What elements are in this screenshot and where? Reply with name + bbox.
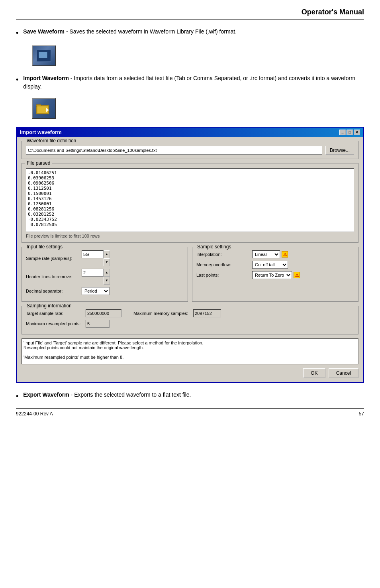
footer-right: 57	[359, 411, 364, 417]
parsed-line-6: 0.1453126	[28, 196, 352, 201]
sample-settings-legend: Sample settings	[196, 244, 233, 250]
warning-line-2: Resampled points could not maintain the …	[24, 345, 356, 350]
save-waveform-section: • Save Waveform - Saves the selected wav…	[16, 28, 364, 38]
interpolation-warning-icon: ⚠	[282, 251, 288, 258]
sample-rate-down-btn[interactable]: ▼	[104, 258, 110, 266]
dialog-body: Waveform file definition Browse... File …	[17, 137, 363, 382]
interpolation-row: Interpolation: Linear None Cubic ⚠	[196, 250, 354, 258]
header-lines-spinner-btns: ▲ ▼	[104, 269, 110, 285]
ok-button[interactable]: OK	[303, 368, 325, 378]
file-parsed-group: File parsed -0.01406251 0.03906253 0.090…	[22, 163, 358, 243]
browse-button[interactable]: Browse...	[325, 146, 354, 155]
parsed-line-10: -0.02343752	[28, 217, 352, 222]
close-button[interactable]: ✕	[354, 130, 360, 135]
decimal-separator-select[interactable]: Period Comma	[82, 287, 110, 295]
import-waveform-section: • Import Waveform - Imports data from a …	[16, 74, 364, 91]
save-waveform-content: Save Waveform - Saves the selected wavef…	[23, 28, 364, 36]
sample-rate-spinner-btns: ▲ ▼	[104, 250, 110, 266]
header-lines-up-btn[interactable]: ▲	[104, 269, 110, 277]
warning-area: 'Input File' and 'Target' sample rate ar…	[22, 338, 358, 364]
file-parsed-textarea[interactable]: -0.01406251 0.03906253 0.09062506 0.1312…	[26, 168, 354, 232]
import-waveform-label: Import Waveform	[23, 75, 69, 81]
warning-line-3	[24, 350, 356, 355]
header-lines-down-btn[interactable]: ▼	[104, 277, 110, 285]
bullet-dot-2: •	[16, 75, 18, 85]
file-parsed-legend: File parsed	[25, 160, 52, 166]
save-waveform-text: - Saves the selected waveform in Wavefor…	[65, 28, 237, 35]
target-sample-rate-row: Target sample rate: Maximum memory sampl…	[26, 309, 354, 317]
bullet-dot-3: •	[16, 391, 18, 401]
sample-rate-input[interactable]	[82, 250, 104, 258]
parsed-line-11: -0.07812505	[28, 222, 352, 227]
dialog-title: Import waveform	[20, 129, 62, 135]
memory-overflow-label: Memory overflow:	[196, 262, 252, 267]
settings-row: Input file settings Sample rate [sample/…	[22, 247, 358, 302]
interpolation-label: Interpolation:	[196, 252, 252, 257]
parsed-line-7: 0.1250001	[28, 201, 352, 206]
interpolation-select[interactable]: Linear None Cubic	[252, 250, 280, 258]
max-resampled-points-row: Maximum resampled points:	[26, 320, 354, 328]
minimize-button[interactable]: _	[339, 130, 346, 135]
parsed-line-9: 0.03281252	[28, 212, 352, 217]
import-waveform-content: Import Waveform - Imports data from a se…	[23, 74, 364, 91]
filepath-input[interactable]	[26, 146, 322, 155]
sample-rate-row: Sample rate [sample/s]: ▲ ▼	[26, 250, 184, 266]
dialog-buttons: OK Cancel	[22, 368, 358, 378]
sampling-information-group: Sampling information Target sample rate:…	[22, 306, 358, 334]
filepath-row: Browse...	[26, 146, 354, 155]
cancel-button[interactable]: Cancel	[329, 368, 358, 378]
warning-line-1: 'Input File' and 'Target' sample rate ar…	[24, 340, 356, 345]
max-resampled-points-value[interactable]	[86, 320, 110, 328]
parsed-line-8: 0.08281256	[28, 206, 352, 212]
waveform-file-definition-group: Waveform file definition Browse...	[22, 141, 358, 159]
sample-rate-up-btn[interactable]: ▲	[104, 250, 110, 258]
input-file-legend: Input file settings	[25, 244, 64, 250]
footer-left: 922244-00 Rev A	[16, 411, 53, 417]
warning-line-4: 'Maximum resampled points' must be highe…	[24, 355, 356, 360]
waveform-file-legend: Waveform file definition	[25, 138, 78, 144]
header-lines-spinner: ▲ ▼	[82, 269, 110, 285]
export-waveform-section: • Export Waveform - Exports the selected…	[16, 391, 364, 401]
bullet-dot-1: •	[16, 28, 18, 38]
parsed-line-3: 0.09062506	[28, 181, 352, 186]
maximize-button[interactable]: □	[347, 130, 353, 135]
import-icon-svg	[36, 102, 51, 115]
sample-settings-group: Sample settings Interpolation: Linear No…	[192, 247, 358, 302]
max-resampled-points-label: Maximum resampled points:	[26, 321, 86, 326]
header-lines-input[interactable]	[82, 269, 104, 277]
sampling-info-legend: Sampling information	[25, 303, 73, 309]
save-waveform-icon	[32, 45, 56, 66]
last-points-label: Last points:	[196, 273, 252, 277]
sample-rate-label: Sample rate [sample/s]:	[26, 256, 82, 261]
memory-overflow-select[interactable]: Cut off tall Wrap around Clip	[252, 261, 288, 269]
input-file-settings-group: Input file settings Sample rate [sample/…	[22, 247, 188, 302]
decimal-separator-row: Decimal separator: Period Comma	[26, 287, 184, 295]
save-waveform-label: Save Waveform	[23, 28, 65, 35]
export-waveform-label: Export Waveform	[23, 391, 69, 398]
decimal-separator-label: Decimal separator:	[26, 289, 82, 293]
target-sample-rate-value[interactable]	[86, 309, 121, 317]
max-memory-samples-value[interactable]	[193, 309, 221, 317]
parsed-line-1: -0.01406251	[28, 170, 352, 175]
export-waveform-content: Export Waveform - Exports the selected w…	[23, 391, 364, 399]
memory-overflow-row: Memory overflow: Cut off tall Wrap aroun…	[196, 261, 354, 269]
parsed-line-2: 0.03906253	[28, 175, 352, 181]
header-lines-row: Header lines to remove: ▲ ▼	[26, 269, 184, 285]
page-title: Operator's Manual	[16, 8, 364, 20]
dialog-titlebar: Import waveform _ □ ✕	[17, 128, 363, 137]
last-points-select[interactable]: Return To Zero Last Value	[252, 271, 292, 279]
save-waveform-icon-inner	[37, 50, 51, 62]
footer: 922244-00 Rev A 57	[16, 408, 364, 417]
parsed-line-4: 0.1312501	[28, 186, 352, 191]
import-waveform-icon	[32, 98, 56, 119]
titlebar-buttons: _ □ ✕	[339, 130, 360, 135]
import-waveform-text: - Imports data from a selected flat text…	[23, 75, 355, 90]
last-points-row: Last points: Return To Zero Last Value ⚠	[196, 271, 354, 279]
sample-rate-spinner: ▲ ▼	[82, 250, 110, 266]
import-waveform-dialog: Import waveform _ □ ✕ Waveform file defi…	[16, 127, 364, 383]
file-preview-note: File preview is limited to first 100 row…	[26, 234, 354, 238]
target-sample-rate-label: Target sample rate:	[26, 311, 86, 316]
export-waveform-text: - Exports the selected waveform to a fla…	[69, 391, 191, 398]
header-lines-label: Header lines to remove:	[26, 274, 82, 279]
last-points-warning-icon: ⚠	[294, 272, 300, 278]
